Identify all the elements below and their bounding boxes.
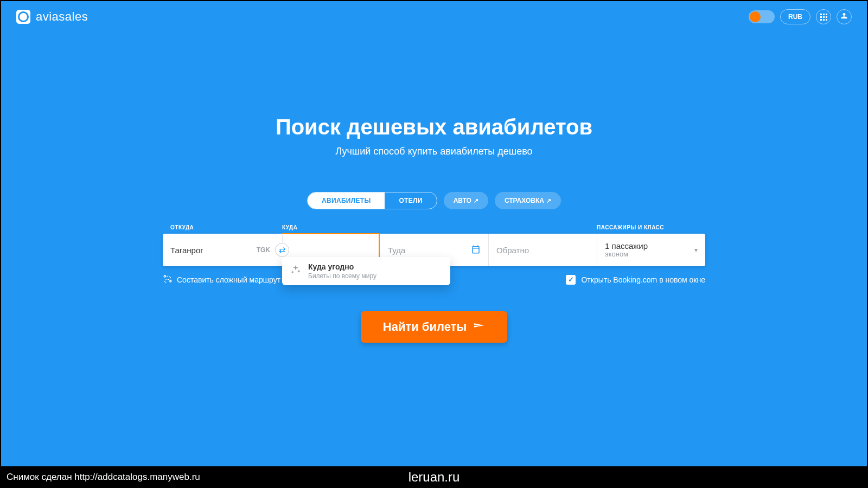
night-mode-toggle[interactable] <box>749 10 775 23</box>
field-labels-row: ОТКУДА КУДА ПАССАЖИРЫ И КЛАСС <box>163 224 705 230</box>
destination-suggestion-dropdown: Куда угодно Билеты по всему миру <box>282 257 450 285</box>
suggestion-subtitle: Билеты по всему миру <box>308 272 376 280</box>
search-button-label: Найти билеты <box>383 320 467 334</box>
origin-iata-code: TGK <box>257 246 270 254</box>
tab-cars-label: АВТО <box>454 197 471 204</box>
tab-hotels[interactable]: ОТЕЛИ <box>385 192 436 209</box>
tab-hotels-label: ОТЕЛИ <box>399 197 422 204</box>
multi-city-label: Составить сложный маршрут <box>177 275 280 284</box>
open-booking-label: Открыть Booking.com в новом окне <box>581 275 705 284</box>
footer-center-text: leruan.ru <box>409 470 460 485</box>
hero-title: Поиск дешевых авиабилетов <box>1 115 867 139</box>
return-date-field[interactable]: Обратно <box>488 234 597 266</box>
tab-flights[interactable]: АВИАБИЛЕТЫ <box>308 192 385 209</box>
open-booking-checkbox[interactable]: ✓ Открыть Booking.com в новом окне <box>566 275 705 285</box>
suggestion-item-anywhere[interactable]: Куда угодно Билеты по всему миру <box>308 262 376 280</box>
swap-button[interactable]: ⇄ <box>275 243 289 257</box>
passengers-field[interactable]: 1 пассажир эконом ▾ <box>597 234 705 266</box>
product-tabs: АВИАБИЛЕТЫ ОТЕЛИ АВТО ↗ СТРАХОВКА ↗ <box>1 192 867 209</box>
user-icon <box>840 12 848 22</box>
checkbox-icon: ✓ <box>566 275 576 285</box>
tab-group-main: АВИАБИЛЕТЫ ОТЕЛИ <box>307 192 437 209</box>
svg-point-0 <box>164 275 165 277</box>
plane-icon <box>473 319 485 335</box>
search-form: ОТКУДА КУДА ПАССАЖИРЫ И КЛАСС Таганрог T… <box>163 224 705 343</box>
depart-placeholder: Туда <box>388 246 405 255</box>
brand-logo-icon <box>16 10 30 24</box>
suggestion-title: Куда угодно <box>308 262 376 271</box>
tab-insurance-label: СТРАХОВКА <box>505 197 544 204</box>
passengers-count: 1 пассажир <box>605 241 648 251</box>
multi-city-link[interactable]: Составить сложный маршрут <box>163 274 280 285</box>
label-passengers: ПАССАЖИРЫ И КЛАСС <box>597 224 705 230</box>
hero-subtitle: Лучший способ купить авиабилеты дешево <box>1 146 867 157</box>
header: aviasales RUB <box>1 1 867 28</box>
origin-value: Таганрог <box>170 246 257 255</box>
chevron-down-icon: ▾ <box>694 246 698 254</box>
cabin-class: эконом <box>605 251 648 259</box>
route-icon <box>163 274 173 285</box>
apps-grid-icon <box>820 14 827 21</box>
tab-flights-label: АВИАБИЛЕТЫ <box>322 197 371 204</box>
brand[interactable]: aviasales <box>16 10 88 24</box>
svg-point-1 <box>170 280 171 282</box>
swap-icon: ⇄ <box>279 245 286 255</box>
footer-left-text: Снимок сделан http://addcatalogs.manyweb… <box>1 472 200 483</box>
label-to: КУДА <box>282 224 380 230</box>
brand-name: aviasales <box>36 10 88 24</box>
label-from: ОТКУДА <box>163 224 282 230</box>
apps-button[interactable] <box>816 9 831 24</box>
external-link-icon: ↗ <box>546 197 551 204</box>
currency-button[interactable]: RUB <box>780 9 810 24</box>
external-link-icon: ↗ <box>474 197 478 204</box>
tab-insurance[interactable]: СТРАХОВКА ↗ <box>495 192 561 209</box>
profile-button[interactable] <box>837 9 852 24</box>
tab-cars[interactable]: АВТО ↗ <box>444 192 488 209</box>
hero: Поиск дешевых авиабилетов Лучший способ … <box>1 115 867 157</box>
search-button[interactable]: Найти билеты <box>361 311 507 343</box>
anywhere-icon <box>290 264 302 275</box>
page-footer: Снимок сделан http://addcatalogs.manyweb… <box>1 467 867 487</box>
calendar-icon <box>471 245 481 256</box>
currency-label: RUB <box>788 13 802 21</box>
origin-field[interactable]: Таганрог TGK ⇄ <box>163 234 282 266</box>
return-placeholder: Обратно <box>496 246 529 255</box>
